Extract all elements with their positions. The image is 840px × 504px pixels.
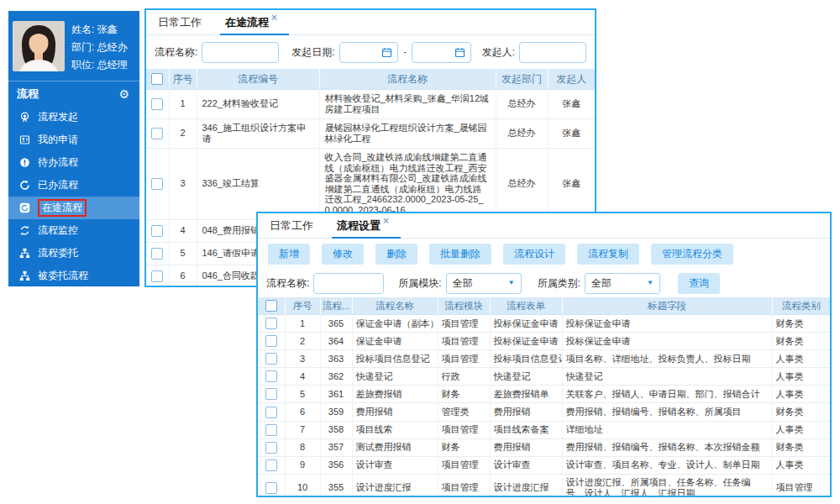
cell-flow-form: 投标保证金申请 [490,333,562,350]
sync-icon [19,225,30,236]
delete-button[interactable]: 删除 [375,244,417,265]
annotation-red-box: 在途流程 [38,199,87,217]
sidebar-item-label: 流程委托 [38,246,78,260]
row-checkbox[interactable] [151,178,163,190]
cell-flow-name: 项目线索 [352,421,438,438]
row-checkbox[interactable] [151,225,163,237]
row-checkbox[interactable] [265,407,277,418]
sitemap-icon [19,248,30,259]
query-button[interactable]: 查询 [678,273,720,294]
sidebar-item-todo-flows[interactable]: 待办流程 [8,151,139,174]
cell-dept: 总经办 [496,118,548,148]
date-from-input[interactable] [339,42,398,63]
cell-title-fields: 详细地址 [562,421,772,438]
sidebar-item-label: 在途流程 [42,202,82,213]
col-serial: 序号 [169,69,197,90]
tab-label: 在途流程 [225,15,269,30]
close-icon[interactable]: × [271,13,277,23]
col-flow-code: 流程... [320,297,352,315]
sidebar-section-title: 流程 [17,87,39,102]
cell-initiator: 张鑫 [548,90,595,119]
row-checkbox[interactable] [265,353,277,365]
cell-serial: 1 [285,315,320,333]
id-card-icon [19,134,30,145]
sidebar-item-done-flows[interactable]: 已办流程 [8,174,139,197]
flow-name-input[interactable] [202,42,279,63]
cell-flow-code: 346_施工组织设计方案申请 [197,118,319,148]
row-checkbox[interactable] [151,98,163,110]
table-row: 4 362 快递登记 行政 快递登记 快递登记 人事类 [258,368,830,386]
tab-bar: 日常工作 在途流程 × [146,10,595,35]
module-select[interactable]: 全部 ▼ [446,273,522,294]
cell-flow-name: 费用报销 [352,403,438,421]
cell-serial: 9 [285,456,320,474]
cell-flow-module: 项目管理 [438,333,490,350]
sidebar-item-in-transit-flows[interactable]: 在途流程 [8,197,139,219]
category-select[interactable]: 全部 ▼ [585,273,660,294]
select-all-checkbox[interactable] [151,73,163,85]
cell-flow-name: 收入合同_改建铁路成渝线增建第二直通线（成渝枢纽）电力线路迁改工程_西安盛器金属… [319,148,496,219]
date-to-input[interactable] [412,42,470,63]
table-header-row: 序号 流程编号 流程名称 发起部门 发起人 [146,69,595,90]
sidebar-item-flow-delegate[interactable]: 流程委托 [8,242,139,265]
sidebar-item-delegated-flows[interactable]: 被委托流程 [8,265,139,287]
module-label: 所属模块: [398,276,441,291]
sidebar: 姓名: 张鑫 部门: 总经办 职位: 总经理 流程 ⚙ 流程发起 我的申请 [8,11,139,286]
tab-in-transit-flows[interactable]: 在途流程 × [225,10,277,34]
table-row: 1 222_材料验收登记 材料验收登记_材料采购_张鑫_华润12城房建工程项目 … [146,90,595,119]
table-row: 5 361 差旅费报销 财务 差旅费报销单 关联客户、报销人、申请日期、部门、报… [258,386,830,403]
row-checkbox[interactable] [265,335,277,347]
cell-flow-code: 364 [320,333,352,350]
flow-design-button[interactable]: 流程设计 [503,244,565,265]
row-checkbox[interactable] [265,442,277,454]
row-checkbox[interactable] [265,318,277,329]
modify-button[interactable]: 修改 [322,244,364,265]
col-flow-code: 流程编号 [197,69,319,90]
batch-delete-button[interactable]: 批量删除 [429,244,491,265]
cell-flow-category: 财务类 [772,315,830,333]
tab-daily-work[interactable]: 日常工作 [158,10,202,34]
flow-copy-button[interactable]: 流程复制 [577,244,639,265]
row-checkbox[interactable] [265,388,277,400]
cell-flow-category: 人事类 [772,456,830,474]
sidebar-item-label: 已办流程 [38,178,78,192]
cell-title-fields: 快递登记 [562,368,772,386]
cell-flow-name: 设计进度汇报 [352,474,438,497]
tab-flow-settings[interactable]: 流程设置 × [337,213,389,238]
cell-flow-code: 356 [320,456,352,474]
manage-flow-category-button[interactable]: 管理流程分类 [651,244,733,265]
row-checkbox[interactable] [265,370,277,382]
row-checkbox[interactable] [265,459,277,471]
add-button[interactable]: 新增 [268,244,310,265]
flow-name-input[interactable] [313,273,384,294]
sidebar-item-my-applications[interactable]: 我的申请 [8,129,139,151]
start-date-label: 发起日期: [291,45,334,60]
table-header-row: 序号 流程... 流程名称 流程模块 流程表单 标题字段 流程类别 [258,297,830,315]
cell-serial: 10 [285,474,320,497]
sidebar-item-flow-monitor[interactable]: 流程监控 [8,219,139,242]
sitemap-icon [19,270,30,281]
caret-down-icon: ▼ [647,280,654,286]
select-all-checkbox[interactable] [265,300,277,312]
row-checkbox[interactable] [151,270,163,282]
initiator-input[interactable] [519,42,586,63]
tab-daily-work[interactable]: 日常工作 [270,213,313,238]
cell-dept: 总经办 [496,148,548,219]
table-row: 8 357 测试费用报销 财务 费用报销 费用报销、报销编号、报销名称、本次报销… [258,438,830,456]
desktop: 姓名: 张鑫 部门: 总经办 职位: 总经理 流程 ⚙ 流程发起 我的申请 [0,0,840,504]
cell-flow-form: 设计进度汇报 [490,474,562,497]
close-icon[interactable]: × [383,216,389,226]
row-checkbox[interactable] [265,482,277,494]
row-checkbox[interactable] [265,424,277,436]
row-checkbox[interactable] [151,128,163,139]
category-select-value: 全部 [591,276,612,291]
flow-settings-table: 序号 流程... 流程名称 流程模块 流程表单 标题字段 流程类别 1 365 … [258,297,830,497]
avatar [13,21,65,71]
table-row: 2 346_施工组织设计方案申请 晟铭园林绿化工程组织设计方案_晟铭园林绿化工程… [146,118,595,148]
row-checkbox[interactable] [151,248,163,260]
sidebar-item-label: 被委托流程 [38,269,88,283]
gear-icon[interactable]: ⚙ [118,88,129,100]
cell-flow-category: 人事类 [772,386,830,403]
cell-flow-code: 355 [320,474,352,497]
sidebar-item-flow-start[interactable]: 流程发起 [8,106,139,129]
